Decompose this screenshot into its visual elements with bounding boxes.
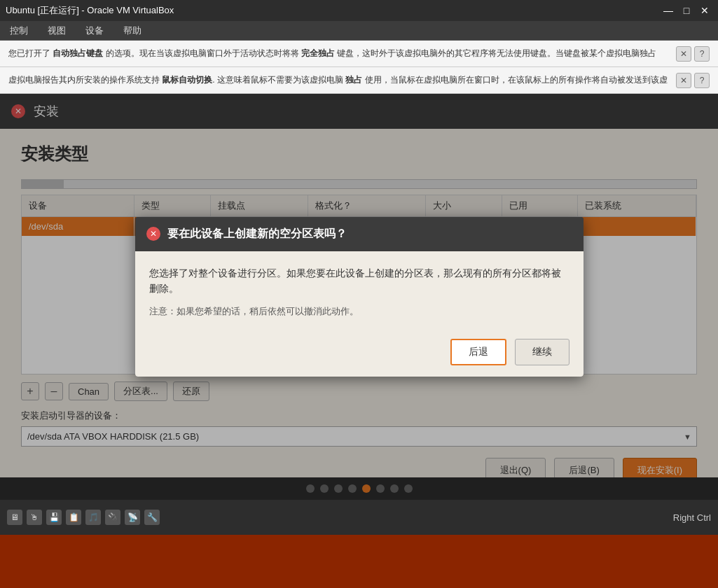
dialog-back-button[interactable]: 后退 [450,339,506,365]
dialog-continue-button[interactable]: 继续 [515,339,569,365]
notif-help-1[interactable]: ? [694,46,710,62]
close-window-button[interactable]: ✕ [697,3,712,18]
notif-close-1[interactable]: ✕ [676,46,691,62]
statusbar: 🖥 🖱 💾 📋 🎵 🔌 📡 🔧 Right Ctrl [0,500,718,535]
statusbar-icons: 🖥 🖱 💾 📋 🎵 🔌 📡 🔧 [7,510,160,525]
titlebar-title: Ubuntu [正在运行] - Oracle VM VirtualBox [6,4,174,17]
dialog-text: 您选择了对整个设备进行分区。如果您要在此设备上创建的分区表，那么现有的所有分区都… [149,265,569,297]
sb-icon-3[interactable]: 💾 [46,510,62,525]
dialog-overlay: ✕ 要在此设备上创建新的空分区表吗？ 您选择了对整个设备进行分区。如果您要在此设… [0,94,718,500]
dialog-body: 您选择了对整个设备进行分区。如果您要在此设备上创建的分区表，那么现有的所有分区都… [135,251,584,331]
sb-icon-4[interactable]: 📋 [66,510,81,525]
dialog-footer: 后退 继续 [135,330,584,377]
menu-view[interactable]: 视图 [43,23,70,38]
sb-icon-8[interactable]: 🔧 [144,510,160,525]
sb-icon-2[interactable]: 🖱 [27,510,42,525]
dialog: ✕ 要在此设备上创建新的空分区表吗？ 您选择了对整个设备进行分区。如果您要在此设… [135,217,584,377]
titlebar: Ubuntu [正在运行] - Oracle VM VirtualBox — □… [0,0,718,21]
maximize-button[interactable]: □ [679,3,694,18]
menubar: 控制 视图 设备 帮助 [0,21,718,41]
notification-bar-2: 虚拟电脑报告其内所安装的操作系统支持 鼠标自动切换. 这意味着鼠标不需要为该虚拟… [0,67,718,94]
sb-icon-5[interactable]: 🎵 [85,510,101,525]
notif-text-1: 您已打开了 自动独占键盘 的选项。现在当该虚拟电脑窗口外于活动状态时将将 完全独… [8,48,676,59]
dialog-close-icon: ✕ [146,227,160,241]
notification-bar-1: 您已打开了 自动独占键盘 的选项。现在当该虚拟电脑窗口外于活动状态时将将 完全独… [0,41,718,67]
dialog-note: 注意：如果您希望的话，稍后依然可以撤消此动作。 [149,304,569,319]
notif-icons-1: ✕ ? [676,46,710,62]
statusbar-right-ctrl: Right Ctrl [673,512,711,523]
dialog-title: 要在此设备上创建新的空分区表吗？ [167,227,347,241]
notif-close-2[interactable]: ✕ [676,73,691,88]
sb-icon-6[interactable]: 🔌 [105,510,120,525]
notif-text-2: 虚拟电脑报告其内所安装的操作系统支持 鼠标自动切换. 这意味着鼠标不需要为该虚拟… [8,74,676,86]
notif-help-2[interactable]: ? [694,73,710,88]
notif-icons-2: ✕ ? [676,73,710,88]
sb-icon-7[interactable]: 📡 [125,510,140,525]
sb-icon-1[interactable]: 🖥 [7,510,22,525]
dialog-header: ✕ 要在此设备上创建新的空分区表吗？ [135,217,584,251]
menu-help[interactable]: 帮助 [119,23,146,38]
menu-devices[interactable]: 设备 [81,23,108,38]
menu-control[interactable]: 控制 [6,23,32,38]
installer-window: ✕ 安装 安装类型 设备 类型 [0,94,718,500]
minimize-button[interactable]: — [661,3,676,18]
titlebar-controls: — □ ✕ [661,3,712,18]
